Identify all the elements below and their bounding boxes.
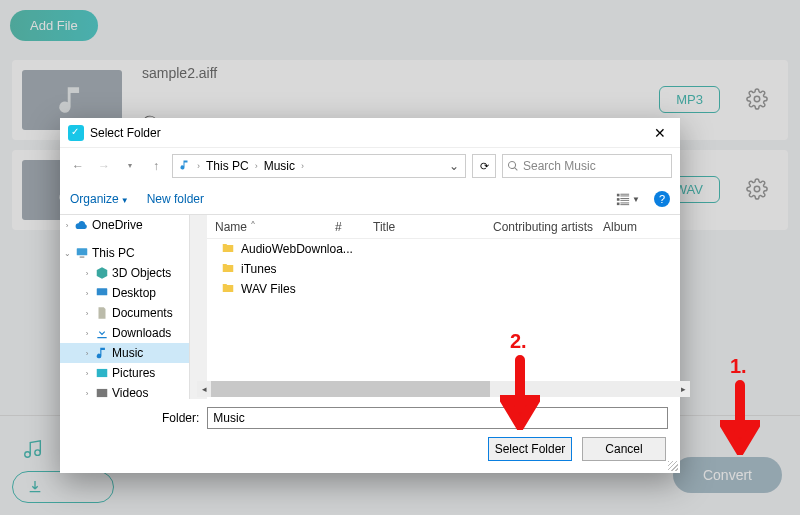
close-icon[interactable]: ✕ — [648, 121, 672, 145]
tree-item-documents[interactable]: ›Documents — [60, 303, 189, 323]
view-options[interactable]: ▼ — [612, 190, 644, 208]
svg-rect-4 — [617, 194, 620, 197]
folder-label: Folder: — [162, 411, 199, 425]
folder-field-row: Folder: — [60, 399, 680, 437]
svg-rect-6 — [620, 196, 629, 197]
chevron-right-icon[interactable]: › — [301, 161, 304, 171]
list-item[interactable]: AudioWebDownloa... — [207, 239, 680, 259]
tree-scrollbar[interactable] — [190, 215, 207, 399]
cancel-button[interactable]: Cancel — [582, 437, 666, 461]
tree-item-thispc[interactable]: ⌄This PC — [60, 243, 189, 263]
view-list-icon — [616, 192, 630, 206]
up-button[interactable]: ↑ — [146, 156, 166, 176]
help-icon[interactable]: ? — [654, 191, 670, 207]
svg-rect-12 — [620, 204, 629, 205]
svg-rect-8 — [620, 198, 629, 199]
tree-item-desktop[interactable]: ›Desktop — [60, 283, 189, 303]
chevron-down-icon: ▼ — [121, 196, 129, 205]
videos-icon — [95, 386, 109, 399]
scroll-left-icon[interactable]: ◂ — [197, 381, 211, 397]
nav-bar: ← → ▾ ↑ › This PC › Music › ⌄ ⟳ Search M… — [60, 148, 680, 184]
pc-icon — [75, 246, 89, 260]
chevron-right-icon[interactable]: › — [255, 161, 258, 171]
folder-icon — [221, 241, 235, 258]
svg-rect-10 — [617, 203, 620, 206]
svg-rect-17 — [97, 389, 108, 397]
search-input[interactable]: Search Music — [502, 154, 672, 178]
organize-menu[interactable]: Organize▼ — [70, 192, 129, 206]
navigation-tree: ›OneDrive ⌄This PC ›3D Objects ›Desktop … — [60, 215, 190, 399]
music-folder-icon — [179, 159, 191, 174]
cube-icon — [95, 266, 109, 280]
documents-icon — [95, 306, 109, 320]
column-album[interactable]: Album — [603, 220, 663, 234]
svg-rect-9 — [620, 200, 629, 201]
svg-rect-5 — [620, 194, 629, 195]
tree-item-downloads[interactable]: ›Downloads — [60, 323, 189, 343]
folder-name-input[interactable] — [207, 407, 668, 429]
tree-item-pictures[interactable]: ›Pictures — [60, 363, 189, 383]
resize-grip[interactable] — [668, 461, 678, 471]
tree-item-3dobjects[interactable]: ›3D Objects — [60, 263, 189, 283]
column-contrib[interactable]: Contributing artists — [493, 220, 603, 234]
select-folder-dialog: Select Folder ✕ ← → ▾ ↑ › This PC › Musi… — [60, 118, 680, 473]
address-dropdown[interactable]: ⌄ — [449, 159, 459, 173]
tree-item-videos[interactable]: ›Videos — [60, 383, 189, 399]
select-folder-button[interactable]: Select Folder — [488, 437, 572, 461]
horizontal-scrollbar[interactable]: ◂ ▸ — [211, 381, 676, 397]
svg-rect-16 — [97, 369, 108, 377]
desktop-icon — [95, 286, 109, 300]
svg-rect-15 — [97, 288, 108, 295]
new-folder-button[interactable]: New folder — [147, 192, 204, 206]
download-icon — [95, 326, 109, 340]
column-num[interactable]: # — [335, 220, 373, 234]
svg-rect-7 — [617, 198, 620, 201]
tree-item-onedrive[interactable]: ›OneDrive — [60, 215, 189, 235]
list-item[interactable]: WAV Files — [207, 279, 680, 299]
dialog-title: Select Folder — [90, 126, 161, 140]
tree-item-music[interactable]: ›Music — [60, 343, 189, 363]
toolbar: Organize▼ New folder ▼ ? — [60, 184, 680, 214]
recent-dropdown[interactable]: ▾ — [120, 156, 140, 176]
breadcrumb[interactable]: Music — [264, 159, 295, 173]
svg-rect-11 — [620, 203, 629, 204]
file-list: Name # Title Contributing artists Album … — [207, 215, 680, 399]
scrollbar-thumb[interactable] — [211, 381, 490, 397]
dialog-titlebar: Select Folder ✕ — [60, 118, 680, 148]
chevron-down-icon: ▼ — [632, 195, 640, 204]
folder-icon — [221, 261, 235, 278]
search-placeholder: Search Music — [523, 159, 596, 173]
cloud-icon — [75, 218, 89, 232]
forward-button: → — [94, 156, 114, 176]
back-button[interactable]: ← — [68, 156, 88, 176]
pictures-icon — [95, 366, 109, 380]
music-icon — [95, 346, 109, 360]
column-title[interactable]: Title — [373, 220, 493, 234]
breadcrumb[interactable]: This PC — [206, 159, 249, 173]
scroll-right-icon[interactable]: ▸ — [676, 381, 690, 397]
address-bar[interactable]: › This PC › Music › ⌄ — [172, 154, 466, 178]
app-logo-icon — [68, 125, 84, 141]
column-name[interactable]: Name — [215, 220, 335, 234]
folder-icon — [221, 281, 235, 298]
svg-rect-13 — [77, 248, 88, 255]
list-item[interactable]: iTunes — [207, 259, 680, 279]
refresh-button[interactable]: ⟳ — [472, 154, 496, 178]
search-icon — [507, 160, 519, 172]
svg-rect-14 — [80, 257, 85, 258]
chevron-right-icon[interactable]: › — [197, 161, 200, 171]
list-header: Name # Title Contributing artists Album — [207, 215, 680, 239]
